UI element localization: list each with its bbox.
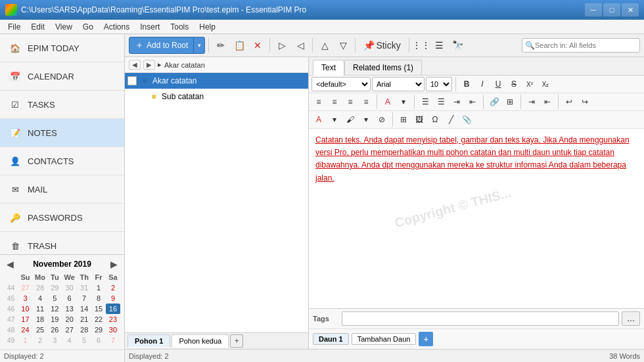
insert-table-button[interactable]: ⊞	[396, 112, 411, 127]
breadcrumb-back[interactable]: ◀	[129, 60, 141, 70]
tree-tab-pohon1[interactable]: Pohon 1	[127, 334, 170, 348]
calendar-prev-button[interactable]: ◀	[4, 259, 16, 269]
editor-tab-text[interactable]: Text	[313, 60, 344, 76]
subscript-button[interactable]: X₂	[538, 77, 553, 91]
calendar-day[interactable]: 1	[91, 283, 106, 293]
calendar-day[interactable]: 8	[91, 293, 106, 304]
daun-tab-1[interactable]: Daun 1	[313, 333, 349, 345]
add-to-root-button[interactable]: ＋ Add to Root ▾	[129, 37, 205, 54]
delete-button[interactable]: ✕	[249, 37, 266, 54]
view-button[interactable]: ☰	[431, 37, 448, 54]
decrease-indent-button[interactable]: ⇤	[540, 95, 555, 109]
search-input[interactable]	[535, 41, 633, 49]
menu-actions[interactable]: Actions	[99, 21, 135, 33]
indent-button[interactable]: ⇥	[449, 95, 464, 109]
calendar-day[interactable]: 10	[18, 304, 32, 314]
calendar-day[interactable]: 30	[62, 283, 77, 293]
editor-body-text[interactable]: Catatan teks. Anda dapat menyisip tabel,…	[315, 134, 637, 185]
calendar-day[interactable]: 11	[33, 304, 48, 314]
tree-add-tab-button[interactable]: +	[230, 334, 243, 348]
tags-input[interactable]	[342, 311, 619, 326]
calendar-day[interactable]: 20	[62, 314, 77, 325]
copy-button[interactable]: 📋	[231, 37, 248, 54]
calendar-day[interactable]: 3	[18, 293, 32, 304]
insert-line-button[interactable]: ╱	[444, 112, 458, 127]
font-size-select[interactable]: 10	[426, 77, 452, 91]
highlight-button[interactable]: 🖌	[343, 112, 357, 127]
editor-tab-related[interactable]: Related Items (1)	[344, 60, 422, 75]
menu-file[interactable]: File	[3, 21, 26, 33]
calendar-day[interactable]: 4	[33, 293, 48, 304]
insert-special-char-button[interactable]: Ω	[428, 112, 442, 127]
calendar-day[interactable]: 29	[47, 283, 62, 293]
calendar-day[interactable]: 18	[33, 314, 48, 325]
calendar-day[interactable]: 9	[106, 293, 120, 304]
close-button[interactable]: ✕	[622, 3, 639, 16]
calendar-day[interactable]: 27	[62, 325, 77, 335]
font-color2-button[interactable]: A	[311, 112, 326, 127]
menu-tools[interactable]: Tools	[165, 21, 194, 33]
calendar-day[interactable]: 31	[77, 283, 91, 293]
calendar-next-button[interactable]: ▶	[108, 259, 120, 269]
tags-more-button[interactable]: …	[622, 311, 640, 326]
tree-node-root-checkbox[interactable]	[127, 76, 137, 85]
calendar-day[interactable]: 29	[91, 325, 106, 335]
font-color-dropdown[interactable]: ▾	[396, 95, 411, 109]
strikethrough-button[interactable]: S	[507, 77, 521, 91]
font-color-button[interactable]: A	[380, 95, 395, 109]
insert-attachment-button[interactable]: 📎	[459, 112, 474, 127]
tambahan-daun-tab[interactable]: Tambahan Daun	[352, 333, 417, 345]
align-justify-button[interactable]: ≡	[359, 95, 373, 109]
sidebar-item-passwords[interactable]: 🔑 PASSWORDS	[0, 204, 124, 232]
tree-node-root[interactable]: ■ Akar catatan	[125, 73, 308, 89]
add-to-root-dropdown-arrow[interactable]: ▾	[194, 37, 204, 53]
align-center-button[interactable]: ≡	[327, 95, 342, 109]
forward-button[interactable]: ▷	[273, 37, 290, 54]
tree-node-sub[interactable]: ■ Sub catatan	[125, 89, 308, 104]
editor-content[interactable]: Copyright © THIS... Catatan teks. Anda d…	[309, 129, 644, 308]
calendar-day[interactable]: 7	[106, 335, 120, 346]
sidebar-item-tasks[interactable]: ☑ TASKS	[0, 91, 124, 119]
undo-button[interactable]: ↩	[562, 95, 576, 109]
search-all-button[interactable]: 🔭	[449, 37, 467, 54]
table-button[interactable]: ⊞	[503, 95, 517, 109]
calendar-day[interactable]: 2	[33, 335, 48, 346]
up-button[interactable]: △	[316, 37, 333, 54]
calendar-day[interactable]: 2	[106, 283, 120, 293]
link-button[interactable]: 🔗	[487, 95, 501, 109]
search-box[interactable]: 🔍	[522, 38, 640, 53]
clear-format-button[interactable]: ⊘	[375, 112, 389, 127]
font-color2-dropdown[interactable]: ▾	[327, 112, 342, 127]
maximize-button[interactable]: □	[603, 3, 620, 16]
calendar-day[interactable]: 5	[77, 335, 91, 346]
calendar-day[interactable]: 22	[91, 314, 106, 325]
calendar-day[interactable]: 6	[91, 335, 106, 346]
calendar-day[interactable]: 24	[18, 325, 32, 335]
calendar-day[interactable]: 27	[18, 283, 32, 293]
calendar-day[interactable]: 5	[47, 293, 62, 304]
calendar-day[interactable]: 21	[77, 314, 91, 325]
list-ordered-button[interactable]: ☰	[434, 95, 448, 109]
calendar-day[interactable]: 3	[47, 335, 62, 346]
sidebar-item-epim-today[interactable]: 🏠 EPIM TODAY	[0, 34, 124, 62]
sidebar-item-calendar[interactable]: 📅 CALENDAR	[0, 62, 124, 91]
italic-button[interactable]: I	[475, 77, 490, 91]
calendar-day[interactable]: 7	[77, 293, 91, 304]
outdent-button[interactable]: ⇤	[465, 95, 480, 109]
sidebar-item-trash[interactable]: 🗑 TRASH	[0, 232, 124, 254]
minimize-button[interactable]: ─	[585, 3, 602, 16]
calendar-day[interactable]: 4	[62, 335, 77, 346]
calendar-day[interactable]: 30	[106, 325, 120, 335]
menu-go[interactable]: Go	[78, 21, 99, 33]
increase-indent-button[interactable]: ⇥	[524, 95, 539, 109]
calendar-day[interactable]: 15	[91, 304, 106, 314]
font-face-select[interactable]: Arial	[372, 77, 425, 91]
columns-button[interactable]: ⋮⋮	[413, 37, 430, 54]
insert-image-button[interactable]: 🖼	[412, 112, 426, 127]
calendar-day[interactable]: 17	[18, 314, 32, 325]
add-daun-button[interactable]: +	[419, 332, 433, 346]
calendar-day[interactable]: 26	[47, 325, 62, 335]
menu-view[interactable]: View	[50, 21, 78, 33]
menu-help[interactable]: Help	[194, 21, 221, 33]
font-default-select[interactable]: <default>	[311, 77, 371, 91]
